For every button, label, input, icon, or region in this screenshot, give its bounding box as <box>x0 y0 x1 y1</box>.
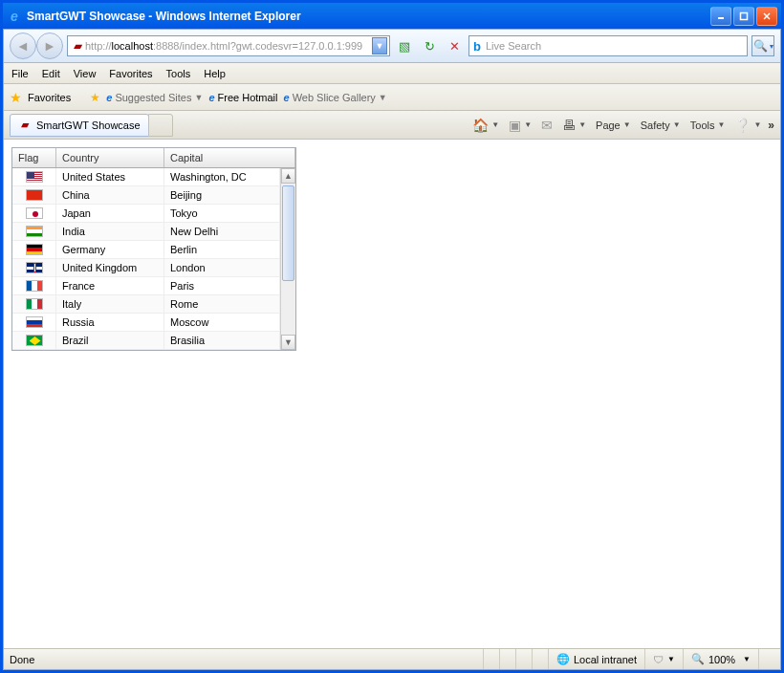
status-empty3 <box>515 649 532 669</box>
scroll-track[interactable] <box>281 184 295 335</box>
menu-bar: File Edit View Favorites Tools Help <box>4 63 780 84</box>
cell-country: United States <box>56 168 164 185</box>
country-grid: Flag Country Capital United StatesWashin… <box>11 147 296 351</box>
mail-button[interactable]: ✉ <box>538 116 555 135</box>
tab-bar: ▰ SmartGWT Showcase 🏠▼ ▣▼ ✉ 🖶▼ Page▼ Saf… <box>4 111 780 140</box>
col-header-flag[interactable]: Flag <box>12 148 56 167</box>
status-empty1 <box>483 649 499 669</box>
status-text: Done <box>10 654 483 665</box>
protected-mode-button[interactable]: 🛡▼ <box>644 649 683 669</box>
menu-file[interactable]: File <box>11 68 29 79</box>
tools-menu[interactable]: Tools▼ <box>687 118 729 133</box>
refresh-button[interactable]: ↻ <box>419 35 440 56</box>
grid-header: Flag Country Capital <box>12 148 295 168</box>
cell-flag <box>12 259 56 276</box>
table-row[interactable]: IndiaNew Delhi <box>12 223 280 241</box>
add-favorite-icon[interactable]: ★ <box>90 91 100 104</box>
table-row[interactable]: ItalyRome <box>12 295 280 314</box>
table-row[interactable]: GermanyBerlin <box>12 241 280 259</box>
cell-country: India <box>56 223 164 240</box>
maximize-button[interactable] <box>733 7 754 26</box>
cell-country: Brazil <box>56 332 164 349</box>
help-button[interactable]: ❔▼ <box>731 116 764 135</box>
favorites-button[interactable]: Favorites <box>28 92 71 103</box>
free-hotmail-link[interactable]: eFree Hotmail <box>208 92 277 103</box>
compat-button[interactable]: ▧ <box>394 35 415 56</box>
address-dropdown[interactable]: ▼ <box>372 37 387 54</box>
cell-capital: Paris <box>164 277 280 294</box>
resize-grip[interactable] <box>758 649 774 669</box>
ie-page-icon: e <box>208 92 214 103</box>
col-header-capital[interactable]: Capital <box>164 148 295 167</box>
web-slice-link[interactable]: eWeb Slice Gallery▼ <box>284 92 387 103</box>
status-bar: Done 🌐Local intranet 🛡▼ 🔍100%▼ <box>4 648 780 669</box>
table-row[interactable]: FranceParis <box>12 277 280 295</box>
rss-icon: ▣ <box>509 118 521 133</box>
bing-icon: b <box>473 39 481 54</box>
overflow-button[interactable]: » <box>768 119 774 132</box>
cell-flag <box>12 241 56 258</box>
flag-icon-ru <box>26 316 43 328</box>
cell-country: China <box>56 186 164 204</box>
titlebar: e SmartGWT Showcase - Windows Internet E… <box>3 3 781 29</box>
minimize-button[interactable] <box>710 7 731 26</box>
table-row[interactable]: RussiaMoscow <box>12 314 280 332</box>
search-button[interactable]: 🔍▾ <box>751 35 774 56</box>
close-button[interactable] <box>756 7 777 26</box>
back-button[interactable]: ◄ <box>10 33 36 59</box>
zoom-control[interactable]: 🔍100%▼ <box>683 649 758 669</box>
safety-menu[interactable]: Safety▼ <box>638 118 684 133</box>
new-tab-button[interactable] <box>148 114 173 137</box>
zone-indicator[interactable]: 🌐Local intranet <box>548 649 644 669</box>
cell-capital: Brasilia <box>164 332 280 349</box>
cell-flag <box>12 295 56 313</box>
grid-scrollbar[interactable]: ▲ ▼ <box>280 168 295 350</box>
table-row[interactable]: ChinaBeijing <box>12 186 280 205</box>
feeds-button[interactable]: ▣▼ <box>506 116 534 135</box>
cell-country: Germany <box>56 241 164 258</box>
cell-capital: London <box>164 259 280 276</box>
table-row[interactable]: BrazilBrasilia <box>12 332 280 350</box>
home-button[interactable]: 🏠▼ <box>469 116 502 135</box>
flag-icon-jp <box>26 207 43 219</box>
ie-page-icon: e <box>284 92 290 103</box>
cell-capital: Washington, DC <box>164 168 280 185</box>
page-menu[interactable]: Page▼ <box>593 118 634 133</box>
shield-icon: 🛡 <box>653 654 664 665</box>
forward-button[interactable]: ► <box>36 33 63 59</box>
stop-button[interactable]: ✕ <box>444 35 465 56</box>
cell-country: Russia <box>56 314 164 331</box>
address-bar[interactable]: ▰ http://localhost:8888/index.html?gwt.c… <box>67 35 390 56</box>
cell-flag <box>12 277 56 294</box>
print-button[interactable]: 🖶▼ <box>559 116 589 135</box>
menu-help[interactable]: Help <box>204 68 226 79</box>
table-row[interactable]: JapanTokyo <box>12 205 280 223</box>
cell-capital: Beijing <box>164 186 280 204</box>
tab-smartgwt[interactable]: ▰ SmartGWT Showcase <box>10 114 149 137</box>
search-placeholder: Live Search <box>486 40 541 52</box>
cell-capital: Moscow <box>164 314 280 331</box>
page-content: Flag Country Capital United StatesWashin… <box>4 140 780 648</box>
scroll-thumb[interactable] <box>282 185 294 281</box>
zoom-icon: 🔍 <box>691 653 705 665</box>
col-header-country[interactable]: Country <box>56 148 164 167</box>
flag-icon-uk <box>26 262 43 273</box>
scroll-up-button[interactable]: ▲ <box>281 168 295 184</box>
scroll-down-button[interactable]: ▼ <box>281 335 295 350</box>
tab-title: SmartGWT Showcase <box>36 119 141 131</box>
suggested-sites-link[interactable]: eSuggested Sites▼ <box>106 92 203 103</box>
menu-edit[interactable]: Edit <box>42 68 60 79</box>
svg-rect-1 <box>741 12 748 19</box>
cell-flag <box>12 332 56 349</box>
cell-capital: Rome <box>164 295 280 313</box>
search-box[interactable]: b Live Search <box>468 35 748 56</box>
table-row[interactable]: United KingdomLondon <box>12 259 280 277</box>
menu-favorites[interactable]: Favorites <box>109 68 152 79</box>
nav-toolbar: ◄ ► ▰ http://localhost:8888/index.html?g… <box>4 30 780 63</box>
table-row[interactable]: United StatesWashington, DC <box>12 168 280 186</box>
cell-capital: Tokyo <box>164 205 280 222</box>
flag-icon-in <box>26 226 43 237</box>
menu-view[interactable]: View <box>74 68 97 79</box>
menu-tools[interactable]: Tools <box>166 68 191 79</box>
mail-icon: ✉ <box>541 118 553 133</box>
